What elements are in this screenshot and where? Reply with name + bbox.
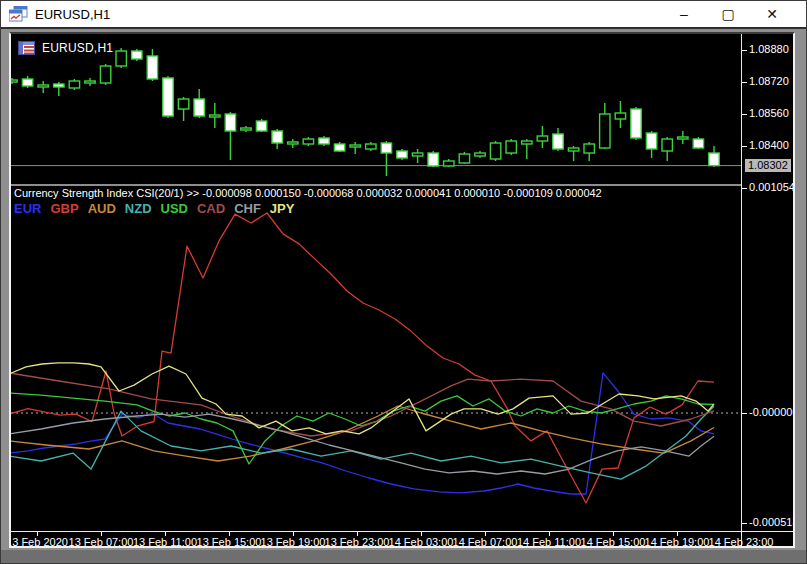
candle-body (225, 114, 235, 131)
candle-body (366, 144, 376, 149)
legend-item-jpy: JPY (270, 201, 295, 216)
candle-body (490, 143, 500, 159)
candle-body (631, 109, 641, 138)
candle-body (428, 153, 438, 166)
price-scale-label: 1.08400 (749, 139, 789, 151)
indicator-pane[interactable] (11, 186, 741, 531)
candle-body (241, 128, 251, 130)
chart-client-area: EURUSD,H1 Currency Strength Index CSI(20… (9, 32, 795, 548)
candle-body (709, 153, 719, 166)
candle-body (350, 145, 360, 147)
candle-body (678, 137, 688, 139)
close-button[interactable]: ✕ (750, 1, 794, 27)
candle-body (69, 81, 79, 88)
indicator-scale-label-tick (742, 523, 747, 524)
candle-body (303, 139, 313, 144)
price-scale[interactable]: 1.088801.087201.085601.084000.001054-0.0… (741, 34, 793, 546)
candle-body (116, 51, 126, 66)
price-scale-label: 1.08560 (749, 107, 789, 119)
candle-body (334, 144, 344, 151)
candle-body (459, 154, 469, 163)
candle-body (100, 66, 110, 83)
price-scale-label-tick (742, 82, 747, 83)
mt4-chart-window: EURUSD,H1 – ▢ ✕ (0, 0, 807, 564)
indicator-header: Currency Strength Index CSI(20/1) >> -0.… (14, 187, 741, 199)
price-scale-label-tick (742, 50, 747, 51)
symbol-label: EURUSD,H1 (42, 41, 113, 55)
price-scale-label-tick (742, 114, 747, 115)
candle-body (132, 51, 142, 59)
candle-body (475, 153, 485, 156)
symbol-icon (18, 41, 35, 55)
title-bar[interactable]: EURUSD,H1 – ▢ ✕ (1, 1, 806, 29)
legend-item-usd: USD (161, 201, 188, 216)
candle-body (288, 142, 298, 144)
candle-body (615, 113, 625, 119)
minimize-button[interactable]: – (662, 1, 706, 27)
candle-body (553, 134, 563, 149)
candle-body (662, 139, 672, 151)
csi-series-gbp (11, 213, 714, 503)
candle-body (178, 99, 188, 109)
price-scale-label: 1.08720 (749, 75, 789, 87)
candle-body (412, 153, 422, 156)
candle-body (272, 131, 282, 143)
legend-item-aud: AUD (88, 201, 116, 216)
candle-body (194, 99, 204, 116)
candle-body (163, 78, 173, 116)
candle-body (397, 151, 407, 158)
indicator-legend: EURGBPAUDNZDUSDCADCHFJPY (14, 201, 294, 216)
legend-item-chf: CHF (234, 201, 261, 216)
legend-item-cad: CAD (197, 201, 225, 216)
price-scale-label: 1.08880 (749, 43, 789, 55)
current-price-badge: 1.08302 (745, 159, 791, 172)
window-title: EURUSD,H1 (35, 7, 110, 22)
csi-series-cad (11, 373, 714, 436)
legend-item-nzd: NZD (125, 201, 152, 216)
price-pane[interactable]: EURUSD,H1 (11, 34, 741, 184)
indicator-scale-label: -0.000000 (749, 406, 793, 418)
candle-body (600, 114, 610, 148)
candle-body (381, 143, 391, 153)
time-axis[interactable]: 13 Feb 202013 Feb 07:0013 Feb 11:0013 Fe… (11, 532, 793, 546)
candle-body (11, 80, 17, 82)
indicator-scale-label-tick (742, 413, 747, 414)
indicator-scale-label-tick (742, 188, 747, 189)
window-bottom-strip (1, 550, 807, 564)
candle-body (147, 56, 157, 79)
candle-body (319, 138, 329, 144)
candle-body (568, 148, 578, 151)
chart-window-icon (9, 6, 28, 22)
candle-body (522, 141, 532, 144)
candle-body (210, 115, 220, 117)
candle-body (506, 141, 516, 153)
candlestick-chart (11, 34, 741, 184)
legend-item-eur: EUR (14, 201, 41, 216)
price-scale-label-tick (742, 146, 747, 147)
indicator-scale-label: 0.001054 (749, 181, 793, 193)
maximize-button[interactable]: ▢ (706, 1, 750, 27)
candle-body (256, 121, 266, 131)
candle-body (537, 136, 547, 141)
candle-body (646, 133, 656, 149)
indicator-scale-label: -0.000518 (749, 516, 793, 528)
candle-body (38, 85, 48, 87)
time-label: 14 Feb 23:00 (699, 536, 783, 546)
candle-body (584, 144, 594, 153)
candle-body (54, 84, 64, 87)
candle-body (22, 79, 32, 86)
csi-line-chart (11, 186, 741, 531)
legend-item-gbp: GBP (50, 201, 78, 216)
candle-body (693, 139, 703, 148)
candle-body (85, 81, 95, 83)
candle-body (444, 161, 454, 166)
